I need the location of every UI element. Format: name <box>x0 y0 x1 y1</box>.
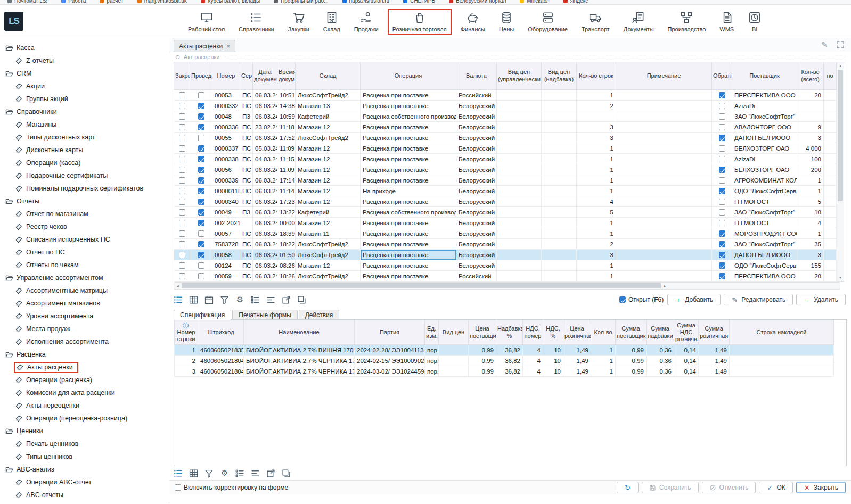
grid-cell[interactable] <box>712 154 732 164</box>
grid-cell[interactable] <box>542 90 577 101</box>
bookmark-item[interactable]: Курсы валют, вклады <box>201 0 260 4</box>
bookmark-item[interactable]: СНЕГИРЬ <box>403 0 435 4</box>
grid-cell[interactable]: ПЗ <box>240 207 253 218</box>
grid-cell[interactable]: 3 <box>797 133 824 143</box>
grid-cell[interactable]: пор. <box>425 345 439 356</box>
column-header[interactable]: НДС, номер <box>523 320 543 345</box>
grid-cell[interactable]: 1,49 <box>563 366 591 377</box>
grid-cell[interactable]: Белорусский <box>456 122 497 133</box>
grid-cell[interactable]: Магазин 12 <box>296 164 361 175</box>
column-header[interactable]: Надбавка, % <box>496 320 523 345</box>
tree-item[interactable]: Ассортимент магазинов <box>0 297 169 310</box>
grid-cell[interactable]: 155 <box>797 260 824 271</box>
grid-cell[interactable] <box>497 90 542 101</box>
table-row[interactable]: 00058ПС06.03.2401:50ЛюксСофтТрейд2Расцен… <box>174 250 837 260</box>
row-checkbox[interactable] <box>179 124 185 130</box>
grid-cell[interactable]: ЛюксСофтТрейд2 <box>296 250 361 260</box>
grid-cell[interactable] <box>797 101 824 111</box>
grid-cell[interactable] <box>439 356 469 366</box>
grid-cell[interactable]: Расценка при поставке <box>361 250 456 260</box>
table-view-icon[interactable] <box>189 295 198 304</box>
edit-button[interactable]: ✎Редактировать <box>724 294 793 305</box>
grid-cell[interactable] <box>174 260 190 271</box>
grid-cell[interactable]: БЕЛХОЗТОРГ ОАО <box>732 143 797 154</box>
column-header[interactable]: Вид цен (управленческий) <box>497 62 542 90</box>
tree-item[interactable]: Уровни ассортимента <box>0 310 169 323</box>
row-checkbox[interactable] <box>719 156 725 162</box>
grid-cell[interactable]: 0000339 <box>212 175 240 186</box>
grid-cell[interactable] <box>824 228 837 239</box>
column-header[interactable]: Сумма поставщика <box>616 320 647 345</box>
grid-cell[interactable] <box>190 90 212 101</box>
grid-cell[interactable] <box>497 111 542 122</box>
grid-cell[interactable]: Расценка собственного производства <box>361 207 456 218</box>
grid-cell[interactable] <box>616 271 712 282</box>
grid-cell[interactable] <box>497 133 542 143</box>
sort-asc-icon[interactable]: ↑ <box>183 323 189 328</box>
grid-cell[interactable]: БИОЙОГ.АКТИВИА 2.7% ЧЕРНИКА 17 <box>244 356 355 366</box>
row-checkbox[interactable] <box>198 209 204 216</box>
table-row[interactable]: 00124ПС06.03.2408:26Магазин 12Расценка п… <box>174 260 837 271</box>
grid-cell[interactable] <box>616 186 712 196</box>
grid-cell[interactable] <box>542 218 577 228</box>
grid-cell[interactable]: 18:26 <box>277 271 296 282</box>
grid-cell[interactable]: 1 <box>577 164 616 175</box>
grid-cell[interactable] <box>542 101 577 111</box>
save-button[interactable]: Сохранить <box>642 482 699 493</box>
grid-cell[interactable]: 35 <box>797 239 824 250</box>
table-row[interactable]: 00049ПЗ06.03.2413:22КафетерийРасценка со… <box>174 207 837 218</box>
grid-cell[interactable]: 00058 <box>212 250 240 260</box>
refresh-button[interactable]: ↻ <box>617 482 639 493</box>
grid-cell[interactable] <box>190 218 212 228</box>
list-view-icon[interactable] <box>174 295 183 304</box>
grid-cell[interactable] <box>174 90 190 101</box>
row-checkbox[interactable] <box>179 262 185 269</box>
row-checkbox[interactable] <box>719 177 725 184</box>
grid-cell[interactable]: Расценка при поставке <box>361 154 456 164</box>
row-checkbox[interactable] <box>719 145 725 152</box>
row-checkbox[interactable] <box>198 113 204 120</box>
row-checkbox[interactable] <box>198 220 204 226</box>
grid-cell[interactable] <box>712 133 732 143</box>
column-header[interactable]: Время документа <box>277 62 296 90</box>
table-row[interactable]: 00000118ПС06.03.2411:14Магазин 12На прих… <box>174 186 837 196</box>
grid-cell[interactable] <box>616 196 712 207</box>
grid-cell[interactable]: 4600605021804 <box>198 356 244 366</box>
table-row[interactable]: 0000338ПС04.03.2411:15Магазин 12Расценка… <box>174 154 837 164</box>
grid-cell[interactable]: Магазин 12 <box>296 196 361 207</box>
grid-cell[interactable] <box>497 207 542 218</box>
table-row[interactable]: 002-2021006.03.2400:00Магазин 12Расценка… <box>174 218 837 228</box>
grid-cell[interactable]: 0000340 <box>212 196 240 207</box>
grid-cell[interactable]: Белорусский <box>456 143 497 154</box>
column-header[interactable]: Обратный <box>712 62 732 90</box>
scroll-left-icon[interactable]: ◄ <box>174 284 181 288</box>
grid-cell[interactable] <box>616 218 712 228</box>
grid-cell[interactable]: 06.03.24 <box>253 133 277 143</box>
grid-cell[interactable] <box>497 175 542 186</box>
row-checkbox[interactable] <box>719 241 725 247</box>
grid-cell[interactable]: 00055 <box>212 133 240 143</box>
grid-cell[interactable]: 10 <box>543 356 563 366</box>
grid-cell[interactable]: 00053 <box>212 90 240 101</box>
tree-item[interactable]: Операции ABC-отчет <box>0 476 169 489</box>
filter-icon[interactable] <box>204 469 214 478</box>
grid-cell[interactable] <box>824 260 837 271</box>
row-checkbox[interactable] <box>179 167 185 173</box>
grid-cell[interactable] <box>712 175 732 186</box>
grid-cell[interactable] <box>497 164 542 175</box>
grid-cell[interactable] <box>616 133 712 143</box>
bookmark-item[interactable]: расчёт <box>100 0 123 4</box>
column-header[interactable]: Серия <box>240 62 253 90</box>
grid-cell[interactable]: БИОЙОГ.АКТИВИА 2.7% ЧЕРНИКА 17 <box>244 366 355 377</box>
row-checkbox[interactable] <box>198 156 204 162</box>
grid-cell[interactable] <box>497 218 542 228</box>
row-checkbox[interactable] <box>719 252 725 258</box>
grid-cell[interactable] <box>174 175 190 186</box>
grid-cell[interactable] <box>712 250 732 260</box>
grid-cell[interactable] <box>712 260 732 271</box>
grid-cell[interactable]: Расценка при поставке <box>361 101 456 111</box>
grid-cell[interactable] <box>824 218 837 228</box>
grid-cell[interactable]: 0,14 <box>674 345 699 356</box>
row-checkbox[interactable] <box>179 220 185 226</box>
grid-cell[interactable]: ПС <box>240 143 253 154</box>
